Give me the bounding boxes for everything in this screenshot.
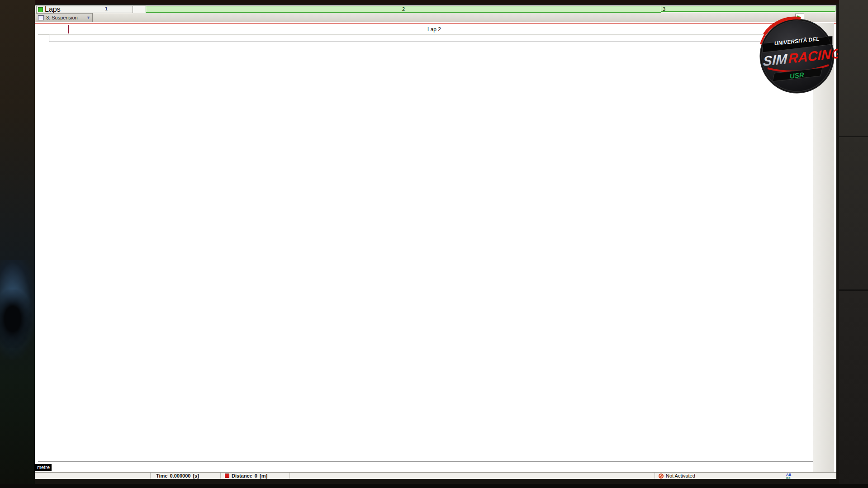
tab-separator-line: [35, 22, 836, 24]
lap-cell-1[interactable]: Laps: [36, 6, 133, 13]
worksheet-tabs: [93, 13, 813, 22]
distance-field: Distance 0 [m]: [225, 473, 267, 479]
x-axis: [38, 461, 813, 473]
activation-status: Not Activated: [659, 473, 695, 479]
desktop-band: [839, 289, 868, 291]
status-divider: [655, 473, 655, 479]
simracing-logo: UNIVERSITÀ DEL SIM RACING USR: [756, 16, 838, 97]
desktop-left-strip: [0, 0, 35, 488]
workbook-selector[interactable]: 3: Suspension ▼: [36, 13, 93, 22]
desktop-bottom-strip: [0, 484, 868, 488]
distance-label: Distance: [232, 473, 252, 479]
distance-cursor-icon: [225, 474, 229, 478]
x-axis-unit-label: metre: [35, 464, 52, 471]
workbook-icon: [38, 15, 44, 20]
distance-value: 0: [255, 473, 257, 479]
app-window-background: [35, 5, 836, 479]
screen: Laps 1 2 3 3: Suspension ▼ Lap 2 metre T…: [0, 0, 868, 488]
status-divider: [150, 473, 151, 479]
logo-sim: SIM: [763, 51, 788, 69]
distance-unit: [m]: [260, 473, 267, 479]
time-label: Time: [156, 473, 167, 479]
not-activated-icon: [659, 474, 664, 479]
lap-cell-3[interactable]: 3: [661, 6, 835, 12]
workbook-selector-label: 3: Suspension: [46, 15, 78, 20]
status-bar: [35, 472, 836, 479]
laps-legend-swatch: [38, 7, 43, 12]
lap-1-number: 1: [102, 6, 111, 12]
status-divider: [289, 473, 290, 479]
lap-cell-2-selected[interactable]: 2: [146, 6, 661, 13]
activation-text: Not Activated: [666, 473, 695, 479]
track-sections-bar[interactable]: [49, 35, 811, 42]
desktop-car-silhouette: [0, 289, 32, 348]
lap-start-marker: [68, 25, 69, 33]
desktop-band: [839, 136, 868, 137]
desktop-right-strip: [839, 0, 868, 488]
lap-header-label: Lap 2: [418, 26, 450, 33]
time-value: 0.000000: [170, 473, 190, 479]
time-unit: [s]: [193, 473, 199, 479]
chevron-down-icon: ▼: [86, 15, 90, 20]
laps-legend-label: Laps: [45, 5, 61, 14]
logo-sub: USR: [789, 71, 804, 80]
desktop-top-strip: [0, 0, 868, 4]
text-format-icon[interactable]: ABbc: [786, 473, 792, 479]
status-divider: [220, 473, 221, 479]
time-field: Time 0.000000 [s]: [156, 473, 199, 479]
